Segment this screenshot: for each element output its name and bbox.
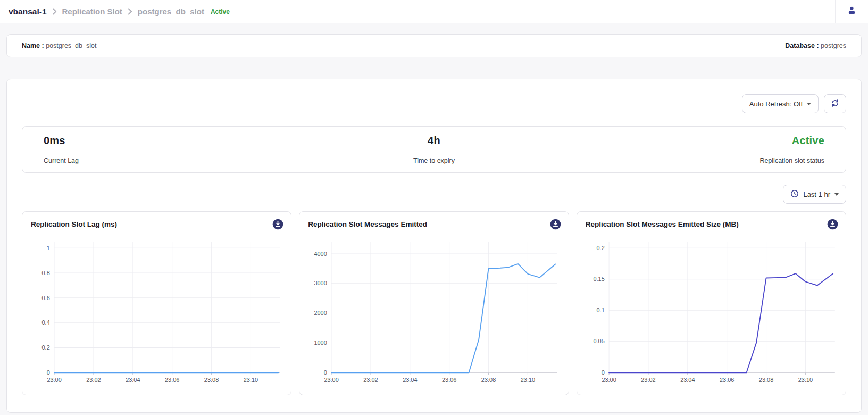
svg-text:0.6: 0.6 (42, 295, 50, 301)
chart-header: Replication Slot Messages Emitted (299, 212, 568, 232)
download-icon[interactable] (272, 219, 283, 230)
stat-label: Time to expiry (413, 157, 455, 164)
stat-value: 0ms (44, 135, 65, 147)
svg-text:0.2: 0.2 (596, 245, 604, 251)
chart-canvas-lag[interactable]: 23:0023:0223:0423:0623:0823:1000.20.40.6… (27, 234, 287, 388)
metrics-panel: Auto Refresh: Off 0ms Current Lag 4h Tim… (6, 79, 862, 413)
auto-refresh-dropdown[interactable]: Auto Refresh: Off (742, 94, 819, 113)
svg-text:0.1: 0.1 (596, 307, 604, 313)
svg-text:23:04: 23:04 (680, 377, 695, 383)
chart-title: Replication Slot Lag (ms) (31, 220, 117, 228)
chart-body: 23:0023:0223:0423:0623:0823:100100020003… (299, 232, 568, 388)
slot-info-bar: Name : postgres_db_slot Database : postg… (6, 34, 862, 57)
chart-canvas-messages[interactable]: 23:0023:0223:0423:0623:0823:100100020003… (304, 234, 564, 388)
chevron-right-icon (52, 8, 57, 15)
caret-down-icon (807, 103, 811, 105)
svg-text:0: 0 (47, 369, 50, 376)
stat-label: Replication slot status (760, 157, 824, 164)
user-icon (847, 6, 856, 17)
svg-text:0.15: 0.15 (593, 276, 604, 282)
svg-text:23:10: 23:10 (798, 377, 812, 383)
svg-text:0: 0 (601, 369, 604, 376)
user-menu-button[interactable] (835, 0, 868, 23)
slot-database-label: Database : (785, 42, 819, 49)
chart-body: 23:0023:0223:0423:0623:0823:1000.20.40.6… (22, 232, 291, 388)
svg-text:23:06: 23:06 (442, 377, 456, 383)
breadcrumb-section[interactable]: Replication Slot (62, 7, 122, 16)
chart-card-replication-slot-lag: Replication Slot Lag (ms) 23:0023:0223:0… (22, 211, 291, 395)
download-icon[interactable] (550, 219, 561, 230)
stat-value: 4h (428, 135, 440, 147)
slot-name: Name : postgres_db_slot (22, 42, 96, 49)
chart-card-messages-emitted-size: Replication Slot Messages Emitted Size (… (577, 211, 846, 395)
svg-text:23:04: 23:04 (126, 377, 140, 383)
time-range-row: Last 1 hr (22, 185, 846, 204)
breadcrumb-slot: postgres_db_slot (138, 7, 204, 16)
breadcrumb-universe[interactable]: vbansal-1 (9, 7, 47, 16)
chart-header: Replication Slot Lag (ms) (22, 212, 291, 232)
chart-header: Replication Slot Messages Emitted Size (… (577, 212, 846, 232)
stat-slot-status: Active Replication slot status (564, 135, 824, 164)
svg-text:0.8: 0.8 (42, 270, 50, 276)
svg-text:1: 1 (47, 245, 50, 251)
svg-text:23:08: 23:08 (759, 377, 773, 383)
svg-text:2000: 2000 (314, 310, 327, 316)
chart-body: 23:0023:0223:0423:0623:0823:1000.050.10.… (577, 232, 846, 388)
svg-text:23:08: 23:08 (204, 377, 219, 383)
top-navbar: vbansal-1 Replication Slot postgres_db_s… (0, 0, 868, 23)
stat-value: Active (792, 135, 824, 147)
summary-stats-bar: 0ms Current Lag 4h Time to expiry Active… (22, 126, 846, 173)
caret-down-icon (834, 193, 839, 196)
svg-text:23:04: 23:04 (403, 377, 417, 383)
chart-title: Replication Slot Messages Emitted (308, 220, 427, 228)
breadcrumb: vbansal-1 Replication Slot postgres_db_s… (9, 7, 230, 16)
slot-status-badge: Active (211, 8, 230, 15)
slot-database-value: postgres (821, 42, 846, 49)
chart-card-messages-emitted: Replication Slot Messages Emitted 23:002… (299, 211, 569, 395)
time-range-dropdown[interactable]: Last 1 hr (783, 185, 846, 204)
svg-text:23:10: 23:10 (521, 377, 535, 383)
svg-text:23:02: 23:02 (641, 377, 655, 383)
svg-text:0.2: 0.2 (42, 344, 50, 351)
slot-database: Database : postgres (785, 42, 846, 49)
svg-text:23:00: 23:00 (602, 377, 616, 383)
chart-title: Replication Slot Messages Emitted Size (… (586, 220, 739, 228)
svg-text:23:02: 23:02 (86, 377, 101, 383)
slot-name-value: postgres_db_slot (46, 42, 96, 49)
svg-text:23:08: 23:08 (481, 377, 496, 383)
stat-divider (399, 152, 469, 152)
metrics-toolbar: Auto Refresh: Off (22, 94, 846, 113)
stat-label: Current Lag (44, 157, 79, 164)
svg-text:1000: 1000 (314, 339, 327, 346)
svg-text:0: 0 (324, 369, 327, 376)
charts-row: Replication Slot Lag (ms) 23:0023:0223:0… (22, 211, 846, 395)
stat-divider (44, 152, 114, 152)
svg-text:4000: 4000 (314, 251, 327, 257)
time-range-label: Last 1 hr (803, 190, 830, 198)
chart-canvas-size[interactable]: 23:0023:0223:0423:0623:0823:1000.050.10.… (581, 234, 841, 388)
svg-text:23:06: 23:06 (720, 377, 734, 383)
stat-current-lag: 0ms Current Lag (44, 135, 304, 164)
auto-refresh-label: Auto Refresh: Off (749, 100, 803, 108)
slot-name-label: Name : (22, 42, 44, 49)
stat-divider (754, 152, 824, 152)
chevron-right-icon (128, 8, 132, 15)
svg-text:3000: 3000 (314, 280, 327, 286)
svg-text:23:06: 23:06 (165, 377, 179, 383)
svg-text:0.4: 0.4 (42, 319, 50, 326)
svg-text:23:02: 23:02 (364, 377, 378, 383)
refresh-button[interactable] (824, 94, 846, 113)
refresh-icon (831, 99, 839, 109)
svg-text:23:10: 23:10 (244, 377, 258, 383)
svg-text:23:00: 23:00 (47, 377, 61, 383)
clock-icon (790, 189, 799, 200)
svg-text:23:00: 23:00 (324, 377, 339, 383)
svg-text:0.05: 0.05 (593, 338, 604, 344)
download-icon[interactable] (827, 219, 838, 230)
stat-time-to-expiry: 4h Time to expiry (304, 135, 564, 164)
